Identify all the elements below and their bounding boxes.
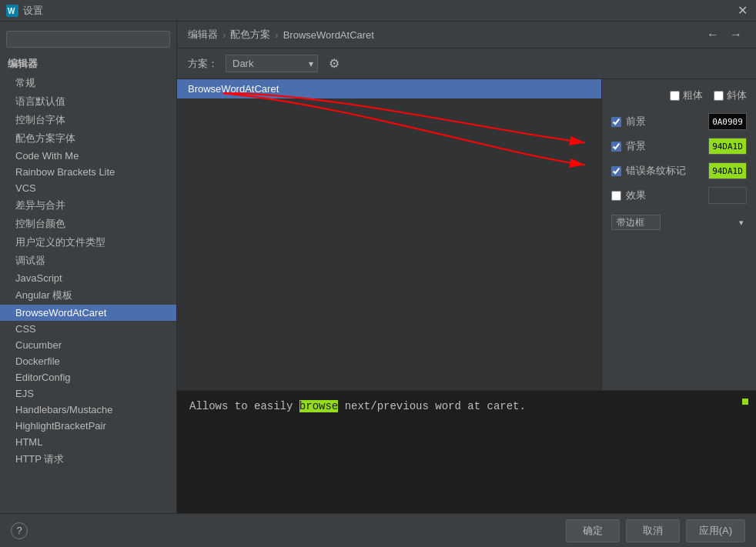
breadcrumb-bar: 编辑器 › 配色方案 › BrowseWordAtCaret ← → — [177, 22, 756, 48]
apply-button[interactable]: 应用(A) — [686, 519, 745, 542]
border-dropdown-wrapper: 带边框 无 波浪线 下划线 — [611, 215, 747, 230]
content-wrapper: 编辑器 › 配色方案 › BrowseWordAtCaret ← → 方案： D… — [177, 22, 756, 513]
bottom-buttons: 确定 取消 应用(A) — [566, 519, 745, 542]
preview-line-indicator — [742, 399, 748, 405]
scheme-bar: 方案： Dark Darcula Default High contrast ⚙ — [177, 48, 756, 79]
sidebar-item-ejs[interactable]: EJS — [0, 385, 176, 402]
breadcrumb-editor: 编辑器 — [188, 28, 218, 42]
effect-color-box[interactable] — [708, 187, 747, 204]
sidebar-item-cucumber[interactable]: Cucumber — [0, 337, 176, 353]
breadcrumb-sep-2: › — [275, 29, 278, 41]
border-dropdown[interactable]: 带边框 无 波浪线 下划线 — [611, 215, 661, 230]
properties-panel: 粗体 斜体 前景 0A0909 背景 94DA1D — [602, 79, 756, 390]
scheme-select-wrapper: Dark Darcula Default High contrast — [226, 55, 318, 72]
sidebar-item-html[interactable]: HTML — [0, 434, 176, 450]
search-box — [6, 31, 170, 48]
main-layout: 编辑器 常规 语言默认值 控制台字体 配色方案字体 Code With Me R… — [0, 22, 756, 513]
bold-label: 粗体 — [683, 88, 703, 102]
panel-area: BrowseWordAtCaret 粗体 斜体 前景 — [177, 79, 756, 390]
sidebar-item-console-font[interactable]: 控制台字体 — [0, 111, 176, 129]
foreground-row: 前景 0A0909 — [611, 113, 747, 130]
sidebar-item-code-with-me[interactable]: Code With Me — [0, 148, 176, 164]
error-stripe-color-box[interactable]: 94DA1D — [708, 162, 747, 179]
app-icon: W — [6, 5, 18, 17]
sidebar-item-handlebars[interactable]: Handlebars/Mustache — [0, 402, 176, 418]
effect-checkbox[interactable] — [611, 191, 621, 201]
breadcrumb-nav: ← → — [704, 28, 745, 42]
italic-checkbox[interactable] — [714, 91, 724, 101]
sidebar-item-highlight[interactable]: HighlightBracketPair — [0, 418, 176, 434]
sidebar-item-general[interactable]: 常规 — [0, 74, 176, 92]
preview-text-after: next/previous word at caret. — [338, 400, 526, 412]
background-color-box[interactable]: 94DA1D — [708, 138, 747, 155]
foreground-color-box[interactable]: 0A0909 — [708, 113, 747, 130]
sidebar-item-rainbow-brackets[interactable]: Rainbow Brackets Lite — [0, 164, 176, 180]
italic-option: 斜体 — [714, 88, 747, 102]
sidebar-section-header: 编辑器 — [0, 54, 176, 74]
bottom-bar: ? 确定 取消 应用(A) — [0, 513, 756, 547]
scheme-label: 方案： — [188, 57, 218, 71]
sidebar-item-editorconfig[interactable]: EditorConfig — [0, 369, 176, 385]
background-row: 背景 94DA1D — [611, 138, 747, 155]
title-bar-left: W 设置 — [6, 4, 43, 18]
bold-option: 粗体 — [670, 88, 703, 102]
scheme-item-browse[interactable]: BrowseWordAtCaret — [177, 79, 601, 98]
breadcrumb-sep-1: › — [222, 29, 226, 41]
sidebar-item-file-type[interactable]: 用户定义的文件类型 — [0, 233, 176, 252]
breadcrumb-back-button[interactable]: ← — [704, 28, 722, 42]
effect-label: 效果 — [626, 188, 646, 202]
scheme-items-panel: BrowseWordAtCaret — [177, 79, 602, 390]
error-stripe-checkbox[interactable] — [611, 166, 621, 176]
svg-text:W: W — [8, 7, 15, 15]
scheme-select[interactable]: Dark Darcula Default High contrast — [226, 55, 318, 72]
help-button[interactable]: ? — [11, 522, 28, 539]
sidebar-item-angular[interactable]: Angular 模板 — [0, 286, 176, 305]
error-stripe-label: 错误条纹标记 — [626, 164, 686, 178]
foreground-label: 前景 — [626, 115, 646, 128]
sidebar-item-dockerfile[interactable]: Dockerfile — [0, 353, 176, 369]
sidebar-item-vcs[interactable]: VCS — [0, 180, 176, 196]
search-input[interactable] — [6, 31, 170, 48]
sidebar-item-debugger[interactable]: 调试器 — [0, 252, 176, 270]
background-checkbox[interactable] — [611, 142, 621, 152]
sidebar-item-javascript[interactable]: JavaScript — [0, 270, 176, 286]
sidebar: 编辑器 常规 语言默认值 控制台字体 配色方案字体 Code With Me R… — [0, 22, 177, 513]
sidebar-item-css[interactable]: CSS — [0, 321, 176, 337]
sidebar-item-diff[interactable]: 差异与合并 — [0, 196, 176, 215]
error-stripe-row: 错误条纹标记 94DA1D — [611, 162, 747, 179]
sidebar-item-browse-word[interactable]: BrowseWordAtCaret — [0, 305, 176, 321]
breadcrumb-forward-button[interactable]: → — [727, 28, 745, 42]
gear-button[interactable]: ⚙ — [326, 55, 343, 72]
bold-checkbox[interactable] — [670, 91, 680, 101]
breadcrumb-current: BrowseWordAtCaret — [283, 29, 374, 41]
preview-area: Allows to easily browse next/previous wo… — [177, 390, 756, 513]
sidebar-item-http[interactable]: HTTP 请求 — [0, 450, 176, 469]
sidebar-item-color-font[interactable]: 配色方案字体 — [0, 129, 176, 148]
italic-label: 斜体 — [727, 88, 747, 102]
border-dropdown-row: 带边框 无 波浪线 下划线 — [611, 215, 747, 230]
foreground-checkbox[interactable] — [611, 117, 621, 127]
background-label: 背景 — [626, 139, 646, 153]
cancel-button[interactable]: 取消 — [626, 519, 680, 542]
close-button[interactable]: ✕ — [734, 3, 750, 18]
sidebar-item-lang-default[interactable]: 语言默认值 — [0, 92, 176, 111]
preview-text-before: Allows to easily — [189, 400, 299, 412]
title-bar: W 设置 ✕ — [0, 0, 756, 22]
ok-button[interactable]: 确定 — [566, 519, 620, 542]
sidebar-item-console-color[interactable]: 控制台颜色 — [0, 215, 176, 233]
preview-highlight-word: browse — [299, 400, 338, 412]
effect-row: 效果 — [611, 187, 747, 204]
window-title: 设置 — [23, 4, 43, 18]
breadcrumb-color-scheme: 配色方案 — [230, 28, 270, 42]
